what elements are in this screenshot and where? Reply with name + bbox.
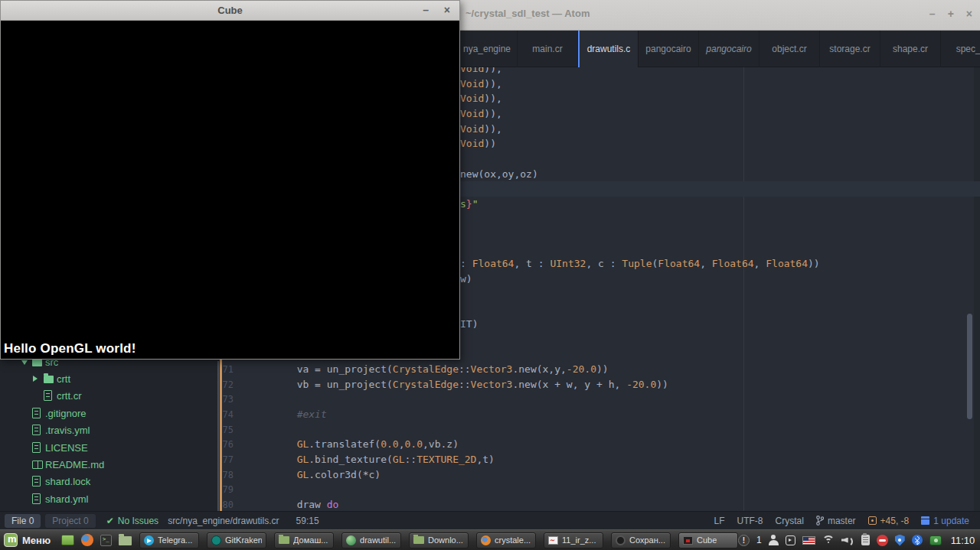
status-bar: File 0 Project 0 ✔ No Issues src/nya_eng… bbox=[0, 511, 980, 529]
taskbar-button-Домаш[interactable]: Домаш... bbox=[274, 532, 334, 548]
cube-titlebar[interactable]: Cube – × bbox=[1, 1, 459, 21]
tab-drawutils.c[interactable]: drawutils.c bbox=[578, 31, 639, 67]
tree-item-shard.lock[interactable]: shard.lock bbox=[0, 474, 220, 490]
line-ending-indicator[interactable]: LF bbox=[714, 516, 725, 526]
taskbar-button-label: GitKraken bbox=[225, 535, 262, 545]
tree-item-label: LICENSE bbox=[45, 442, 88, 454]
tab-spec_h[interactable]: spec_h bbox=[941, 31, 980, 67]
bluetooth-icon[interactable] bbox=[912, 535, 923, 545]
code-line-73[interactable]: 73 bbox=[220, 392, 980, 407]
code-line-72[interactable]: 72vb = un_project(CrystalEdge::Vector3.n… bbox=[220, 377, 980, 392]
taskbar-button-crystale[interactable]: crystale... bbox=[476, 532, 536, 548]
show-desktop-icon[interactable] bbox=[61, 535, 74, 545]
check-icon: ✔ bbox=[106, 516, 114, 526]
taskbar-button-label: Домаш... bbox=[293, 535, 328, 545]
cube-minimize-button[interactable]: – bbox=[423, 4, 429, 16]
line-number: 76 bbox=[222, 437, 234, 452]
git-branch[interactable]: master bbox=[816, 516, 856, 526]
wallet-applet-icon[interactable] bbox=[929, 535, 942, 545]
opengl-viewport[interactable]: Hello OpenGL world! bbox=[1, 21, 459, 359]
volume-icon[interactable] bbox=[841, 535, 854, 545]
code-text: Void)), bbox=[460, 67, 502, 76]
quick-launch bbox=[61, 534, 132, 546]
wifi-icon[interactable] bbox=[822, 535, 835, 545]
code-text: IT) bbox=[460, 317, 478, 332]
tab-main.cr[interactable]: main.cr bbox=[518, 31, 578, 67]
taskbar-button-Cube[interactable]: Cube bbox=[678, 532, 738, 548]
cube-close-button[interactable]: × bbox=[444, 4, 450, 16]
atom-maximize-button[interactable]: + bbox=[948, 7, 954, 21]
atom-close-button[interactable]: × bbox=[966, 7, 972, 21]
window-list: Telegra...GitKrakenДомаш...drawutil...Do… bbox=[139, 532, 738, 548]
atom-window-title: ~/crystal_sdl_test — Atom bbox=[466, 8, 590, 19]
firefox-icon[interactable] bbox=[81, 534, 93, 546]
menu-button[interactable]: Меню bbox=[0, 530, 57, 550]
code-line-71[interactable]: 71va = un_project(CrystalEdge::Vector3.n… bbox=[220, 362, 980, 377]
git-diff-counts[interactable]: +45, -8 bbox=[868, 516, 910, 526]
taskbar-button-label: Downlo... bbox=[428, 535, 463, 545]
linter-project-tab[interactable]: Project 0 bbox=[45, 514, 95, 528]
taskbar-button-Telegra[interactable]: Telegra... bbox=[139, 532, 199, 548]
clock[interactable]: 11:10 bbox=[951, 535, 975, 546]
tab-pangocairo[interactable]: pangocairo bbox=[699, 31, 760, 67]
tab-nya_engine[interactable]: nya_engine bbox=[457, 31, 518, 67]
tree-item-shard.yml[interactable]: shard.yml bbox=[0, 491, 220, 508]
taskbar-button-label: Telegra... bbox=[158, 535, 192, 545]
tree-item-crtt.cr[interactable]: crtt.cr bbox=[0, 388, 220, 405]
linter-file-tab[interactable]: File 0 bbox=[5, 514, 41, 528]
tree-item-README.md[interactable]: README.md bbox=[0, 457, 220, 474]
tree-item-crtt[interactable]: crtt bbox=[0, 371, 220, 388]
file-path[interactable]: src/nya_engine/drawutils.cr bbox=[168, 516, 279, 526]
keyboard-layout-us-icon[interactable] bbox=[802, 536, 815, 545]
code-line-76[interactable]: 76GL.translatef(0.0,0.0,vb.z) bbox=[220, 437, 980, 452]
sync-applet-icon[interactable] bbox=[877, 535, 888, 546]
taskbar: Меню Telegra...GitKrakenДомаш...drawutil… bbox=[0, 529, 980, 550]
notification-count: 1 bbox=[756, 535, 762, 545]
taskbar-button-GitKraken[interactable]: GitKraken bbox=[207, 532, 266, 548]
code-line-75[interactable]: 75 bbox=[220, 422, 980, 438]
grammar-indicator[interactable]: Crystal bbox=[776, 516, 804, 526]
user-applet-icon[interactable] bbox=[769, 535, 779, 545]
linter-status[interactable]: ✔ No Issues bbox=[106, 516, 158, 526]
tree-item-LICENSE[interactable]: LICENSE bbox=[0, 440, 220, 457]
tab-pangocairo[interactable]: pangocairo bbox=[639, 31, 699, 67]
file-icon bbox=[32, 408, 41, 418]
files-icon[interactable] bbox=[119, 536, 132, 545]
tab-storage.cr[interactable]: storage.cr bbox=[820, 31, 880, 67]
chevron-right-icon[interactable] bbox=[33, 376, 38, 382]
notification-icon[interactable]: ! bbox=[738, 535, 750, 546]
image-icon bbox=[548, 536, 558, 545]
chevron-down-icon[interactable] bbox=[21, 360, 28, 365]
code-line-78[interactable]: 78GL.color3d(*c) bbox=[220, 467, 980, 483]
device-applet-icon[interactable] bbox=[786, 535, 795, 545]
tab-object.cr[interactable]: object.cr bbox=[760, 31, 820, 67]
no-issues-label: No Issues bbox=[118, 516, 158, 526]
clipboard-icon[interactable] bbox=[861, 535, 870, 545]
line-number: 74 bbox=[222, 407, 234, 422]
shield-icon[interactable] bbox=[895, 535, 905, 546]
tab-shape.cr[interactable]: shape.cr bbox=[880, 31, 941, 67]
encoding-indicator[interactable]: UTF-8 bbox=[737, 516, 763, 526]
taskbar-button-Сохран[interactable]: Сохран... bbox=[611, 532, 671, 548]
code-text: GL.translatef(0.0,0.0,vb.z) bbox=[297, 437, 459, 452]
code-text: GL.color3d(*c) bbox=[297, 467, 381, 483]
tree-item-label: shard.lock bbox=[45, 476, 90, 487]
tree-item-label: .travis.yml bbox=[45, 425, 90, 436]
tree-item-.gitignore[interactable]: .gitignore bbox=[0, 405, 220, 422]
code-line-77[interactable]: 77GL.bind_texture(GL::TEXTURE_2D,t) bbox=[220, 452, 980, 467]
taskbar-button-Downlo[interactable]: Downlo... bbox=[409, 532, 469, 548]
branch-icon bbox=[816, 516, 824, 526]
taskbar-button-11_ir_z[interactable]: 11_ir_z... bbox=[544, 532, 603, 548]
cursor-position[interactable]: 59:15 bbox=[296, 516, 319, 526]
code-line-80[interactable]: 80draw do bbox=[220, 497, 980, 511]
atom-minimize-button[interactable]: – bbox=[929, 7, 936, 21]
tree-item-.travis.yml[interactable]: .travis.yml bbox=[0, 422, 220, 439]
atom-icon bbox=[346, 535, 356, 545]
terminal-icon[interactable] bbox=[100, 535, 112, 546]
package-updates[interactable]: 1 update bbox=[921, 516, 969, 526]
code-line-79[interactable]: 79 bbox=[220, 482, 980, 497]
code-text: Void)), bbox=[460, 91, 502, 106]
code-line-74[interactable]: 74#exit bbox=[220, 407, 980, 422]
taskbar-button-drawutil[interactable]: drawutil... bbox=[341, 532, 401, 548]
taskbar-button-label: Сохран... bbox=[629, 535, 665, 545]
